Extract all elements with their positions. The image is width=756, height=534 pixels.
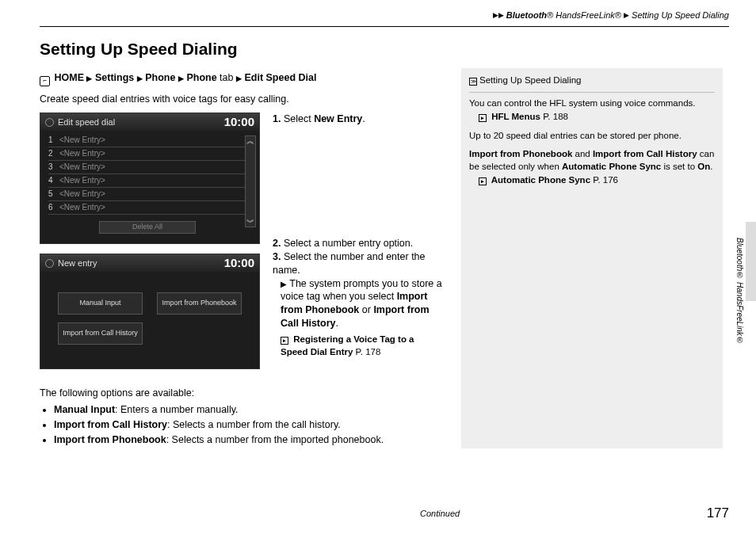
page-title: Setting Up Speed Dialing [40, 38, 729, 60]
triangle-icon: ▶ [137, 74, 143, 82]
clock: 10:00 [224, 255, 254, 271]
speed-dial-list: 1<New Entry> 2<New Entry> 3<New Entry> 4… [40, 131, 259, 243]
delete-all-button[interactable]: Delete All [99, 221, 196, 234]
page: ▶▶ Bluetooth® HandsFreeLink® ▶ Setting U… [40, 0, 729, 534]
footer: Continued 177 [40, 505, 729, 523]
screenshot-new-entry: New entry 10:00 Manual Input Import from… [40, 254, 260, 369]
list-item[interactable]: 5<New Entry> [48, 188, 246, 201]
triangle-icon: ▶ [178, 74, 184, 82]
divider [469, 92, 715, 93]
triangle-icon: ▶ [281, 280, 287, 288]
instruction-steps: 1. Select New Entry. 2. Select a number … [273, 113, 444, 379]
chevron-down-icon[interactable]: ︾ [246, 217, 255, 228]
import-call-history-button[interactable]: Import from Call History [58, 322, 143, 345]
sidebar-text: Up to 20 speed dial entries can be store… [469, 130, 715, 143]
columns: ⌐ HOME ▶ Settings ▶ Phone ▶ Phone tab ▶ … [40, 68, 729, 448]
triangle-icon: ▶ [624, 11, 629, 19]
intro-text: Create speed dial entries with voice tag… [40, 93, 444, 106]
thumb-tab [746, 222, 756, 301]
step-2: 2. Select a number entry option. [273, 237, 444, 250]
entry-options: Manual Input Import from Phonebook Impor… [40, 272, 259, 368]
crumb-bluetooth: Bluetooth [506, 10, 547, 20]
triangle-icon: ▶ [236, 74, 242, 82]
step-1: 1. Select New Entry. [273, 113, 444, 126]
link-icon: ▸ [479, 114, 487, 122]
nav-path: ⌐ HOME ▶ Settings ▶ Phone ▶ Phone tab ▶ … [40, 71, 444, 85]
crumb-section: Setting Up Speed Dialing [632, 10, 729, 20]
hand-icon: ⌐ [40, 76, 50, 86]
scrollbar[interactable]: ︽ ︾ [245, 135, 256, 227]
cross-ref: ▸ Automatic Phone Sync P. 176 [479, 174, 715, 187]
horizontal-rule [40, 26, 729, 27]
options-list: Manual Input: Enters a number manually. … [54, 403, 444, 447]
chevron-up-icon[interactable]: ︽ [246, 135, 255, 147]
gear-icon [45, 118, 54, 127]
screenshots: Edit speed dial 10:00 1<New Entry> 2<New… [40, 113, 262, 379]
info-sidebar: ≫Setting Up Speed Dialing You can contro… [461, 68, 723, 448]
screen-titlebar: Edit speed dial 10:00 [40, 113, 259, 131]
step-3: 3. Select the number and enter the name. [273, 250, 444, 277]
link-icon: ▸ [281, 337, 288, 345]
list-item: Import from Call History: Selects a numb… [54, 418, 444, 432]
sidebar-text: You can control the HFL system using voi… [469, 97, 715, 110]
sidebar-heading: ≫Setting Up Speed Dialing [469, 74, 715, 87]
list-item[interactable]: 1<New Entry> [48, 134, 246, 147]
page-number: 177 [707, 505, 729, 523]
header-breadcrumb: ▶▶ Bluetooth® HandsFreeLink® ▶ Setting U… [40, 0, 729, 25]
manual-input-button[interactable]: Manual Input [58, 292, 143, 315]
info-icon: ≫ [469, 78, 477, 86]
list-item: Import from Phonebook: Selects a number … [54, 433, 444, 447]
clock: 10:00 [224, 114, 254, 130]
screen-titlebar: New entry 10:00 [40, 254, 259, 272]
import-phonebook-button[interactable]: Import from Phonebook [157, 292, 242, 315]
list-item: Manual Input: Enters a number manually. [54, 403, 444, 417]
screenshots-and-steps: Edit speed dial 10:00 1<New Entry> 2<New… [40, 113, 444, 379]
screenshot-edit-speed-dial: Edit speed dial 10:00 1<New Entry> 2<New… [40, 113, 260, 244]
crumb-hfl: HandsFreeLink [556, 10, 615, 20]
list-item[interactable]: 6<New Entry> [48, 201, 246, 215]
list-item[interactable]: 3<New Entry> [48, 161, 246, 174]
step-3-sub: ▶ The system prompts you to store a voic… [281, 277, 444, 331]
triangle-icon: ▶▶ [493, 11, 504, 19]
gear-icon [45, 259, 54, 268]
continued-label: Continued [420, 508, 460, 520]
triangle-icon: ▶ [86, 74, 92, 82]
cross-ref: ▸ HFL Menus P. 188 [479, 111, 715, 124]
options-heading: The following options are available: [40, 387, 444, 400]
list-item[interactable]: 2<New Entry> [48, 147, 246, 161]
list-item[interactable]: 4<New Entry> [48, 174, 246, 188]
link-icon: ▸ [479, 177, 487, 185]
sidebar-text: Import from Phonebook and Import from Ca… [469, 148, 715, 173]
side-section-label: Bluetooth® HandsFreeLink® [735, 238, 746, 345]
left-column: ⌐ HOME ▶ Settings ▶ Phone ▶ Phone tab ▶ … [40, 68, 444, 448]
cross-ref: ▸ Registering a Voice Tag to a Speed Dia… [281, 334, 444, 358]
